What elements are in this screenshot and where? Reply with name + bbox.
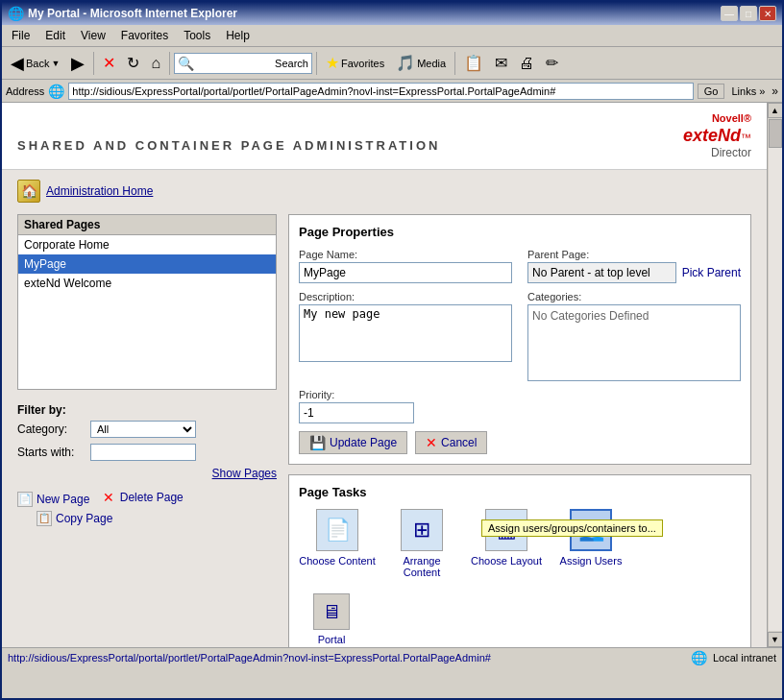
choose-content-task[interactable]: 📄 Choose Content: [299, 509, 376, 567]
mail-icon: ✉: [495, 54, 507, 72]
scroll-thumb[interactable]: [769, 119, 782, 148]
page-name-col: Page Name:: [299, 249, 512, 283]
category-select[interactable]: All: [90, 421, 196, 438]
list-item[interactable]: Corporate Home: [18, 235, 276, 254]
menu-file[interactable]: File: [6, 27, 36, 44]
assign-users-label: Assign Users: [560, 555, 623, 567]
zone-label: Local intranet: [713, 652, 776, 664]
right-panel: Page Properties Page Name: Parent Page:: [288, 214, 751, 647]
new-page-link[interactable]: 📄 New Page: [17, 492, 89, 507]
toolbar-sep-1: [93, 52, 94, 75]
arrange-content-task[interactable]: ⊞ Arrange Content: [383, 509, 460, 578]
copy-page-link[interactable]: 📋 Copy Page: [37, 511, 112, 526]
search-input[interactable]: [196, 58, 273, 69]
back-button[interactable]: ◀ Back ▼: [6, 50, 64, 77]
admin-home-icon: 🏠: [17, 180, 40, 203]
address-icon: 🌐: [48, 84, 64, 99]
close-button[interactable]: ✕: [759, 6, 776, 21]
maximize-button[interactable]: □: [740, 6, 757, 21]
edit-button[interactable]: ✏: [541, 51, 563, 75]
admin-home-label: Administration Home: [46, 184, 153, 198]
links-label[interactable]: Links »: [728, 84, 768, 98]
refresh-icon: ↻: [127, 54, 139, 72]
home-button[interactable]: ⌂: [146, 52, 165, 75]
description-textarea[interactable]: My new page: [299, 304, 512, 362]
mail-button[interactable]: ✉: [490, 51, 512, 75]
vertical-scrollbar[interactable]: ▲ ▼: [767, 103, 782, 647]
priority-input[interactable]: [299, 402, 414, 423]
header-banner: SHARED AND CONTAINER PAGE ADMINISTRATION…: [2, 103, 767, 170]
toolbar-sep-3: [316, 52, 317, 75]
go-button[interactable]: Go: [698, 84, 725, 99]
toolbar-sep-2: [169, 52, 170, 75]
list-item[interactable]: exteNd Welcome: [18, 274, 276, 293]
parent-page-col: Parent Page: Pick Parent: [527, 249, 741, 283]
choose-layout-task[interactable]: ▦ Choose Layout: [468, 509, 545, 567]
scroll-track: [769, 119, 782, 631]
show-pages-link[interactable]: Show Pages: [17, 467, 277, 480]
novell-logo: Novell® exteNd™ Director: [683, 111, 751, 159]
categories-col: Categories: No Categories Defined: [527, 291, 741, 381]
forward-button[interactable]: ▶: [66, 50, 89, 77]
choose-layout-label: Choose Layout: [471, 555, 542, 567]
update-page-button[interactable]: 💾 Update Page: [299, 431, 407, 454]
page-tasks-title: Page Tasks: [299, 485, 741, 499]
portal-row: 🖥 Portal: [303, 593, 741, 645]
left-panel: Shared Pages Corporate Home MyPage exteN…: [17, 214, 277, 647]
main-content: ▲ ▼ SHARED AND CONTAINER PAGE ADMINISTRA…: [2, 103, 782, 647]
new-page-label: New Page: [37, 493, 89, 506]
category-label: Category:: [17, 422, 85, 436]
print-icon: 🖨: [519, 55, 534, 72]
categories-value: No Categories Defined: [532, 309, 649, 323]
stop-button[interactable]: ✕: [98, 51, 120, 75]
menu-view[interactable]: View: [75, 27, 111, 44]
media-button[interactable]: 🎵 Media: [391, 51, 451, 75]
minimize-button[interactable]: —: [721, 6, 738, 21]
assign-users-task[interactable]: 👥 Assign Users: [552, 509, 629, 567]
menu-tools[interactable]: Tools: [178, 27, 216, 44]
menu-help[interactable]: Help: [220, 27, 256, 44]
edit-icon: ✏: [546, 54, 558, 72]
titlebar: 🌐 My Portal - Microsoft Internet Explore…: [2, 2, 782, 25]
scrollbar-right-icon: »: [772, 84, 778, 98]
portal-task[interactable]: 🖥 Portal: [303, 593, 360, 645]
menu-edit[interactable]: Edit: [39, 27, 71, 44]
admin-home-link[interactable]: 🏠 Administration Home: [17, 180, 751, 203]
print-button[interactable]: 🖨: [514, 52, 539, 75]
search-label: Search: [275, 58, 308, 69]
window-frame: 🌐 My Portal - Microsoft Internet Explore…: [0, 0, 784, 700]
arrange-icon: ⊞: [413, 518, 430, 543]
starts-with-input[interactable]: [90, 444, 196, 461]
page-actions: 📄 New Page ✕ Delete Page 📋: [17, 484, 277, 532]
scroll-up-button[interactable]: ▲: [768, 103, 783, 118]
filter-category-row: Category: All: [17, 421, 277, 438]
pick-parent-button[interactable]: Pick Parent: [682, 266, 741, 279]
refresh-button[interactable]: ↻: [122, 51, 144, 75]
scroll-down-button[interactable]: ▼: [768, 632, 783, 647]
favorites-button[interactable]: ★ Favorites: [321, 51, 389, 75]
history-button[interactable]: 📋: [459, 51, 488, 75]
copy-icon: 📋: [37, 511, 52, 526]
star-icon: ★: [326, 54, 339, 72]
zone-icon: 🌐: [691, 650, 707, 665]
delete-page-link[interactable]: ✕ Delete Page: [101, 490, 184, 505]
back-chevron: ▼: [51, 59, 60, 68]
parent-page-input: [527, 262, 676, 283]
copy-page-label: Copy Page: [56, 512, 112, 525]
page-properties-section: Page Properties Page Name: Parent Page:: [288, 214, 751, 465]
forward-icon: ▶: [71, 53, 85, 74]
director-text: Director: [711, 146, 751, 159]
list-item[interactable]: MyPage: [18, 254, 276, 274]
search-box[interactable]: 🔍 Search: [174, 53, 312, 74]
house-icon: 🏠: [21, 183, 37, 199]
cancel-label: Cancel: [441, 436, 477, 449]
two-col-layout: Shared Pages Corporate Home MyPage exteN…: [17, 214, 751, 647]
window-title: My Portal - Microsoft Internet Explorer: [28, 7, 237, 20]
page-name-input[interactable]: [299, 262, 512, 283]
address-input[interactable]: [68, 83, 693, 100]
statusbar-url: http://sidious/ExpressPortal/portal/port…: [8, 652, 491, 664]
search-icon: 🔍: [178, 56, 194, 71]
menu-favorites[interactable]: Favorites: [115, 27, 174, 44]
history-icon: 📋: [464, 54, 483, 72]
cancel-button[interactable]: ✕ Cancel: [415, 431, 487, 454]
